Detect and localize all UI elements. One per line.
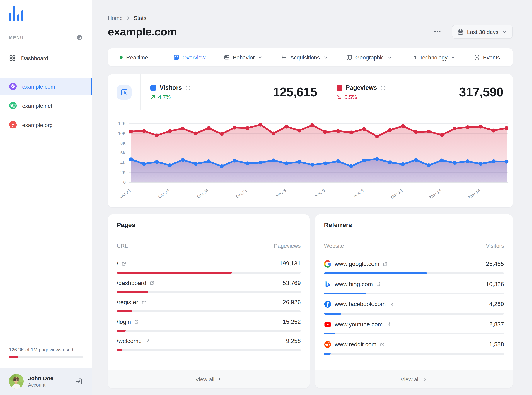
tab-acquisitions[interactable]: Acquisitions (281, 54, 328, 60)
tab-behavior[interactable]: Behavior (224, 54, 263, 60)
tab-realtime[interactable]: Realtime (108, 48, 160, 66)
tab-overview[interactable]: Overview (173, 54, 205, 60)
sidebar-item-dashboard[interactable]: Dashboard (0, 50, 92, 66)
youtube-favicon (324, 321, 331, 328)
pages-panel: Pages URL Pageviews /199,131/dashboard53… (108, 214, 310, 388)
persona-icon[interactable] (76, 34, 83, 41)
external-link-icon (145, 339, 150, 344)
stats-icon-cell (108, 74, 141, 110)
breadcrumb-home-link[interactable]: Home (108, 15, 123, 21)
external-link-icon (386, 322, 391, 327)
table-row: www.facebook.com4,280 (324, 294, 504, 314)
page-url-link[interactable]: /login (117, 318, 139, 325)
page-url-link[interactable]: / (117, 260, 127, 267)
usage-text: 126.3K of 1M pageviews used. (9, 347, 83, 352)
sidebar-item-example.org[interactable]: example.org (0, 116, 92, 134)
breadcrumb-current: Stats (134, 15, 146, 21)
app-logo (9, 6, 92, 22)
svg-text:2K: 2K (120, 170, 126, 175)
trend-down-icon (336, 94, 342, 100)
table-columns: Website Visitors (324, 236, 504, 254)
table-row: www.reddit.com1,588 (324, 335, 504, 355)
main-content: Home Stats example.com (92, 0, 532, 395)
view-all-button[interactable]: View all (315, 370, 513, 388)
facebook-favicon (324, 301, 331, 308)
stat-label: Visitors (160, 84, 182, 91)
sidebar-sites-list: example.comexample.netexample.org (0, 77, 92, 134)
table-columns: URL Pageviews (117, 236, 301, 254)
referrer-link[interactable]: www.bing.com (324, 280, 381, 288)
external-link-icon (376, 282, 381, 286)
user-role: Account (28, 382, 53, 388)
tab-technology[interactable]: Technology (410, 54, 456, 60)
bing-favicon (324, 280, 331, 288)
stat-label: Pageviews (346, 84, 377, 91)
date-range-button[interactable]: Last 30 days (452, 25, 513, 39)
svg-text:Nov 18: Nov 18 (467, 188, 481, 200)
column-header-visitors: Visitors (486, 242, 504, 249)
info-icon (380, 85, 386, 91)
referrer-link[interactable]: www.reddit.com (324, 341, 385, 348)
referrer-link[interactable]: www.facebook.com (324, 301, 394, 308)
chevron-down-icon (387, 55, 392, 60)
column-header-website: Website (324, 242, 344, 249)
chevron-right-icon (217, 377, 222, 382)
usage-progressbar (9, 356, 83, 358)
sidebar-item-example.com[interactable]: example.com (0, 77, 92, 95)
page-url-link[interactable]: /dashboard (117, 280, 154, 286)
arrow-up-right-icon (150, 94, 156, 100)
chevron-down-icon (502, 29, 507, 34)
pageviews-series-marker (336, 85, 342, 91)
stat-visitors: Visitors 4.7% 125,615 (141, 74, 327, 110)
visitors-count: 4,280 (489, 301, 504, 307)
svg-text:Nov 9: Nov 9 (353, 188, 365, 198)
menu-label: MENU (9, 35, 24, 40)
user-name: John Doe (28, 375, 53, 382)
more-options-button[interactable] (432, 26, 443, 37)
breadcrumb: Home Stats (108, 15, 513, 21)
traffic-chart-area: 02K4K6K8K10K12KOct 22Oct 25Oct 28Oct 31N… (108, 110, 513, 208)
info-icon[interactable] (185, 85, 191, 91)
stat-change: 0.5% (336, 94, 386, 100)
referrer-link[interactable]: www.youtube.com (324, 321, 391, 328)
info-icon (185, 85, 191, 91)
account-footer[interactable]: John Doe Account (0, 368, 92, 395)
tab-label: Technology (420, 54, 448, 60)
visitors-count: 2,837 (489, 321, 504, 328)
arrow-down-right-icon (336, 94, 342, 100)
sidebar: MENU Dashboard (0, 0, 92, 395)
external-link-icon (383, 262, 387, 266)
page-url-link[interactable]: /register (117, 299, 146, 306)
svg-text:8K: 8K (120, 141, 126, 146)
sidebar-item-example.net[interactable]: example.net (0, 97, 92, 115)
page-title: example.com (108, 26, 177, 38)
site-name: example.org (22, 122, 53, 128)
view-all-button[interactable]: View all (108, 370, 310, 388)
tab-geographic[interactable]: Geographic (346, 54, 392, 60)
table-row: /welcome9,258 (117, 331, 301, 351)
tab-label: Acquisitions (290, 54, 320, 60)
sign-out-icon[interactable] (75, 377, 83, 385)
reddit-favicon (324, 341, 331, 348)
pageviews-count: 53,769 (283, 280, 301, 286)
referrer-link[interactable]: www.google.com (324, 260, 387, 268)
svg-text:4K: 4K (120, 160, 126, 165)
svg-text:Oct 25: Oct 25 (157, 188, 170, 199)
page-url: /register (117, 299, 138, 306)
svg-text:Nov 12: Nov 12 (390, 188, 403, 200)
pageviews-bar (117, 310, 301, 312)
tab-events[interactable]: Events (474, 54, 500, 60)
info-icon[interactable] (380, 85, 386, 91)
chevron-right-icon (126, 15, 131, 21)
page-url-link[interactable]: /welcome (117, 338, 150, 344)
chevron-right-icon (422, 377, 427, 382)
overview-icon (173, 54, 179, 60)
svg-text:10K: 10K (118, 131, 126, 136)
visitors-bar (324, 272, 504, 274)
calendar-icon (457, 29, 464, 35)
svg-text:Oct 31: Oct 31 (235, 188, 248, 199)
svg-text:Nov 6: Nov 6 (314, 188, 326, 198)
table-row: www.youtube.com2,837 (324, 314, 504, 335)
bar-chart-logo-icon (9, 6, 24, 22)
chevron-down-icon (258, 55, 263, 60)
